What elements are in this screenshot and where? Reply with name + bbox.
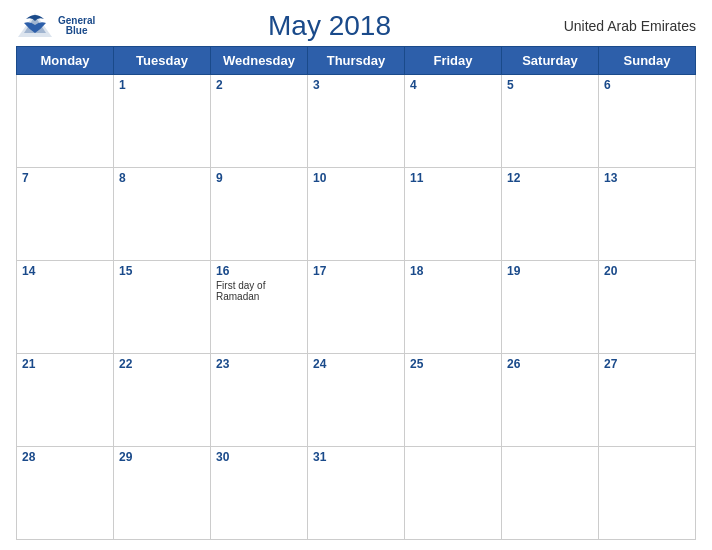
calendar-title-area: May 2018 [268, 10, 391, 42]
calendar-day-cell: 15 [114, 261, 211, 354]
day-number: 31 [313, 450, 399, 464]
weekday-header-monday: Monday [17, 47, 114, 75]
calendar-day-cell: 12 [502, 168, 599, 261]
weekday-header-wednesday: Wednesday [211, 47, 308, 75]
logo-text: General Blue [58, 16, 95, 36]
day-number: 9 [216, 171, 302, 185]
calendar-week-row: 141516First day of Ramadan17181920 [17, 261, 696, 354]
calendar-day-cell: 26 [502, 354, 599, 447]
day-number: 26 [507, 357, 593, 371]
calendar-title: May 2018 [268, 10, 391, 41]
calendar-day-cell: 31 [308, 447, 405, 540]
day-number: 30 [216, 450, 302, 464]
day-number: 3 [313, 78, 399, 92]
calendar-day-cell [17, 75, 114, 168]
day-number: 12 [507, 171, 593, 185]
day-number: 5 [507, 78, 593, 92]
day-number: 19 [507, 264, 593, 278]
day-number: 25 [410, 357, 496, 371]
calendar-day-cell [502, 447, 599, 540]
calendar-day-cell [405, 447, 502, 540]
day-number: 16 [216, 264, 302, 278]
day-number: 4 [410, 78, 496, 92]
calendar-week-row: 123456 [17, 75, 696, 168]
day-number: 1 [119, 78, 205, 92]
calendar-day-cell: 5 [502, 75, 599, 168]
calendar-day-cell: 1 [114, 75, 211, 168]
calendar-day-cell [599, 447, 696, 540]
calendar-day-cell: 8 [114, 168, 211, 261]
day-number: 15 [119, 264, 205, 278]
day-number: 28 [22, 450, 108, 464]
day-number: 23 [216, 357, 302, 371]
logo-icon [16, 11, 54, 41]
calendar-day-cell: 14 [17, 261, 114, 354]
logo-blue: Blue [66, 26, 88, 36]
day-number: 10 [313, 171, 399, 185]
calendar-day-cell: 17 [308, 261, 405, 354]
calendar-day-cell: 23 [211, 354, 308, 447]
calendar-day-cell: 27 [599, 354, 696, 447]
weekday-header-row: MondayTuesdayWednesdayThursdayFridaySatu… [17, 47, 696, 75]
day-number: 22 [119, 357, 205, 371]
day-number: 7 [22, 171, 108, 185]
calendar-day-cell: 13 [599, 168, 696, 261]
calendar-day-cell: 19 [502, 261, 599, 354]
day-number: 11 [410, 171, 496, 185]
day-number: 17 [313, 264, 399, 278]
day-number: 20 [604, 264, 690, 278]
calendar-day-cell: 18 [405, 261, 502, 354]
calendar-day-cell: 16First day of Ramadan [211, 261, 308, 354]
day-number: 29 [119, 450, 205, 464]
page-header: General Blue May 2018 United Arab Emirat… [16, 10, 696, 42]
calendar-day-cell: 6 [599, 75, 696, 168]
calendar-day-cell: 25 [405, 354, 502, 447]
country-label: United Arab Emirates [564, 18, 696, 34]
day-number: 6 [604, 78, 690, 92]
day-number: 8 [119, 171, 205, 185]
day-number: 18 [410, 264, 496, 278]
calendar-table: MondayTuesdayWednesdayThursdayFridaySatu… [16, 46, 696, 540]
day-number: 27 [604, 357, 690, 371]
calendar-day-cell: 29 [114, 447, 211, 540]
weekday-header-friday: Friday [405, 47, 502, 75]
weekday-header-tuesday: Tuesday [114, 47, 211, 75]
calendar-day-cell: 9 [211, 168, 308, 261]
day-event: First day of Ramadan [216, 280, 302, 302]
calendar-week-row: 21222324252627 [17, 354, 696, 447]
calendar-day-cell: 22 [114, 354, 211, 447]
calendar-day-cell: 7 [17, 168, 114, 261]
calendar-week-row: 28293031 [17, 447, 696, 540]
calendar-day-cell: 2 [211, 75, 308, 168]
calendar-day-cell: 11 [405, 168, 502, 261]
weekday-header-thursday: Thursday [308, 47, 405, 75]
calendar-day-cell: 10 [308, 168, 405, 261]
calendar-day-cell: 28 [17, 447, 114, 540]
weekday-header-sunday: Sunday [599, 47, 696, 75]
calendar-week-row: 78910111213 [17, 168, 696, 261]
calendar-day-cell: 24 [308, 354, 405, 447]
calendar-day-cell: 30 [211, 447, 308, 540]
day-number: 2 [216, 78, 302, 92]
day-number: 21 [22, 357, 108, 371]
calendar-day-cell: 21 [17, 354, 114, 447]
day-number: 13 [604, 171, 690, 185]
day-number: 24 [313, 357, 399, 371]
weekday-header-saturday: Saturday [502, 47, 599, 75]
logo-area: General Blue [16, 11, 95, 41]
calendar-day-cell: 3 [308, 75, 405, 168]
calendar-day-cell: 4 [405, 75, 502, 168]
day-number: 14 [22, 264, 108, 278]
calendar-day-cell: 20 [599, 261, 696, 354]
